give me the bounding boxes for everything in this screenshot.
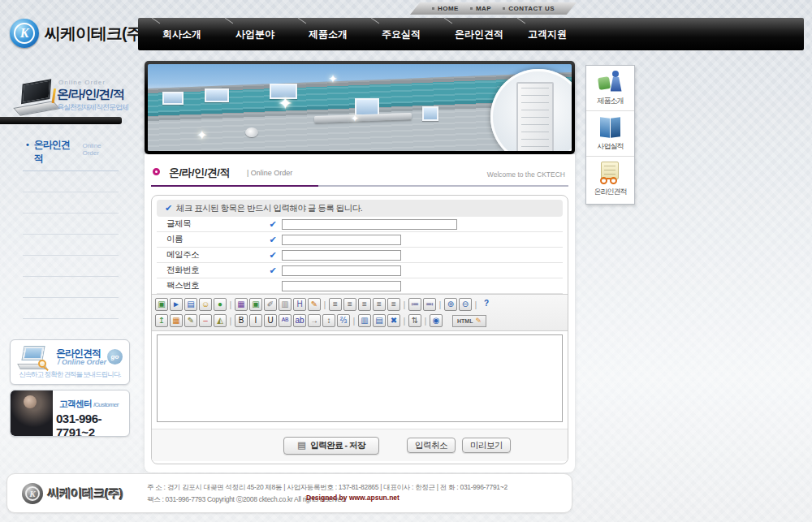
toolbar-separator: |	[438, 300, 443, 309]
zoom-out-icon[interactable]: ⊖	[459, 298, 472, 311]
title-input[interactable]	[282, 219, 457, 230]
attach-file-icon[interactable]: ✐	[264, 298, 277, 311]
heading-ring-icon	[153, 168, 160, 175]
required-check-icon: ✔	[264, 265, 282, 276]
align-justify-icon[interactable]: ≡	[373, 298, 386, 311]
field-label-email: 메일주소	[157, 249, 264, 261]
nav-products[interactable]: 제품소개	[302, 28, 375, 41]
superscript-icon[interactable]: ᴬᴮ	[279, 314, 292, 327]
subscript-icon[interactable]: ab	[293, 314, 306, 327]
message-body-textarea[interactable]	[157, 334, 563, 422]
paste-doc-icon[interactable]: ▥	[279, 298, 292, 311]
indent-icon[interactable]: ≡	[387, 298, 400, 311]
sidebar-empty-row	[23, 171, 119, 192]
save-icon[interactable]: ▤	[184, 298, 197, 311]
underline-icon[interactable]: U	[264, 314, 277, 327]
copy-icon[interactable]: ▥	[358, 314, 371, 327]
preview-button[interactable]: 미리보기	[462, 438, 511, 453]
fax-input[interactable]	[282, 281, 401, 291]
paste-icon[interactable]: ▤	[373, 314, 386, 327]
align-right-icon[interactable]: ≡	[358, 298, 371, 311]
insert-table-icon[interactable]: ▦	[235, 298, 248, 311]
sidebar-empty-row	[23, 235, 119, 256]
toolbar-separator: |	[423, 316, 428, 326]
browser-icon[interactable]: ◉	[430, 314, 443, 327]
nav-online-quote[interactable]: 온라인견적	[448, 28, 521, 41]
html-mode-button[interactable]: HTML✎	[452, 315, 486, 327]
sparkle-icon: ✦	[328, 72, 338, 85]
record-icon[interactable]: ●	[214, 298, 227, 311]
footer-logo-k-icon: K	[22, 483, 43, 504]
form-row-phone: 전화번호 ✔	[157, 263, 563, 278]
site-logo[interactable]: K 씨케이테크(주)	[10, 19, 146, 48]
align-left-icon[interactable]: ≡	[329, 298, 342, 311]
sidebar-menu: • 온라인견적 Online Order	[23, 135, 119, 319]
paint-icon[interactable]: ◭	[214, 314, 227, 327]
go-button[interactable]: go	[107, 349, 123, 365]
phone-input[interactable]	[282, 265, 401, 276]
zoom-in-icon[interactable]: ⊕	[444, 298, 457, 311]
draw-icon[interactable]: ✎	[184, 314, 197, 327]
promo-quote-subtitle: / Online Order	[58, 358, 106, 366]
name-input[interactable]	[282, 235, 401, 245]
help-icon[interactable]: ?	[480, 298, 493, 311]
contact-link[interactable]: CONTACT US	[503, 5, 555, 12]
hr-line-icon[interactable]: –	[199, 314, 212, 327]
sitemap-link[interactable]: MAP	[470, 5, 491, 12]
cut-icon[interactable]: ✖	[387, 314, 400, 327]
required-check-icon: ✔	[264, 219, 282, 230]
html-source-icon[interactable]: H	[293, 298, 306, 311]
sidebar-item-online-quote[interactable]: • 온라인견적 Online Order	[23, 135, 119, 171]
ordered-list-icon[interactable]: ≔	[408, 298, 421, 311]
text-dir-icon[interactable]: →	[308, 314, 321, 327]
page-banner: ✦ ✦ ✦ ✦	[145, 61, 575, 154]
toolbar-separator: |	[402, 300, 407, 309]
logo-letter: K	[14, 23, 35, 44]
bold-icon[interactable]: B	[235, 314, 248, 327]
toolbar-separator: |	[352, 316, 356, 326]
nav-company[interactable]: 회사소개	[156, 28, 229, 41]
nav-support[interactable]: 고객지원	[521, 28, 594, 41]
customer-agent-photo	[11, 390, 53, 436]
sparkle-icon: ✦	[278, 93, 292, 114]
check-icon: ✔	[165, 203, 172, 214]
customer-center-banner[interactable]: 고객센터 /Customer 031-996-7791~2	[10, 390, 130, 437]
insert-photo-icon[interactable]: ▣	[155, 298, 168, 311]
align-center-icon[interactable]: ≡	[343, 298, 356, 311]
quick-item-online-quote[interactable]: 온라인견적	[586, 157, 634, 202]
nav-business[interactable]: 사업분야	[229, 28, 302, 41]
sidebar-empty-row	[23, 298, 119, 319]
cancel-button[interactable]: 입력취소	[407, 438, 456, 453]
quick-item-products[interactable]: 제품소개	[586, 66, 634, 111]
toolbar-separator: |	[322, 300, 327, 309]
logo-company-name: 씨케이테크(주)	[45, 23, 146, 45]
form-row-name: 이름 ✔	[157, 232, 563, 248]
font-color-icon[interactable]: ⅔	[337, 314, 350, 327]
line-height-icon[interactable]: ↕	[322, 314, 335, 327]
square-bullet-icon	[432, 7, 434, 10]
online-quote-banner[interactable]: 온라인견적 / Online Order go 신속하고 정확한 견적을 보내드…	[10, 339, 130, 385]
chart-icon[interactable]: ▦	[170, 314, 183, 327]
main-navigation: 회사소개 사업분야 제품소개 주요실적 온라인견적 고객지원	[138, 18, 804, 50]
book-icon	[598, 116, 623, 139]
italic-icon[interactable]: I	[249, 314, 262, 327]
products-person-icon	[598, 71, 623, 93]
insert-media-icon[interactable]: ►	[170, 298, 183, 311]
email-input[interactable]	[282, 250, 401, 261]
emoticon-icon[interactable]: ☺	[199, 298, 212, 311]
home-link[interactable]: HOME	[432, 5, 459, 12]
editor-toolbar-row-1: ▣►▤☺●|▦▣✐▥H✎|≡≡≡≡≡|≔≕|⊕⊖|?	[155, 296, 564, 313]
edit-pencil-icon[interactable]: ✎	[308, 298, 321, 311]
insert-image-icon[interactable]: ▣	[249, 298, 262, 311]
bullet-list-icon[interactable]: ≕	[423, 298, 436, 311]
nav-achievements[interactable]: 주요실적	[375, 28, 448, 41]
sidebar-item-label-en: Online Order	[82, 142, 119, 157]
sort-icon[interactable]: ⇅	[408, 314, 421, 327]
save-button[interactable]: ▤ 입력완료 - 저장	[283, 437, 379, 455]
quick-item-achievements[interactable]: 사업실적	[586, 111, 634, 157]
quick-item-label: 사업실적	[598, 141, 624, 152]
upload-icon[interactable]: ↥	[155, 314, 168, 327]
footer-company-name: 씨케이테크(주)	[48, 486, 123, 502]
square-bullet-icon	[470, 7, 473, 10]
laptop-icon	[12, 79, 59, 118]
